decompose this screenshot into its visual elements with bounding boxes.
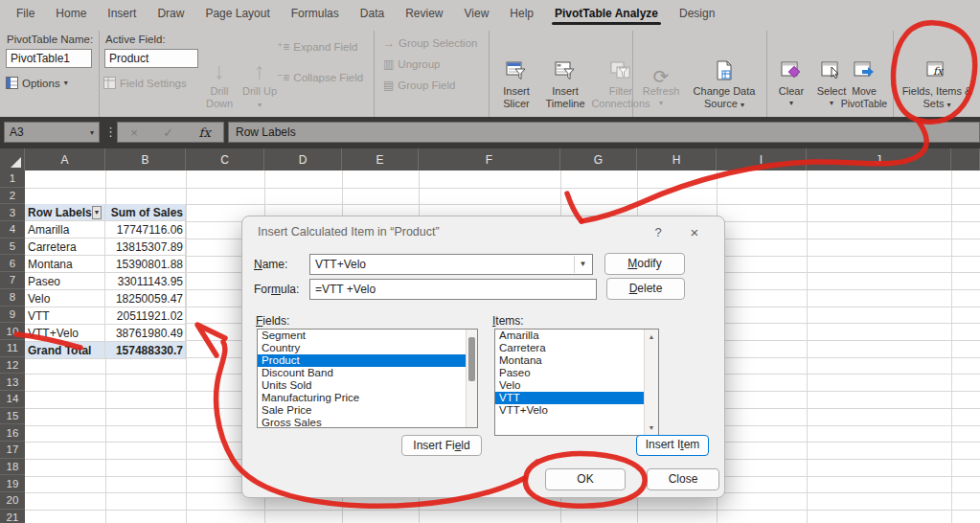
field-list-item[interactable]: Segment xyxy=(258,330,477,342)
row-header-15[interactable]: 15 xyxy=(0,408,25,425)
select-all-corner[interactable] xyxy=(0,148,25,171)
name-box[interactable]: A3 ▾ xyxy=(4,122,100,143)
field-list-item[interactable]: Discount Band xyxy=(258,367,477,379)
row-header-10[interactable]: 10 xyxy=(0,323,25,340)
row-header-18[interactable]: 18 xyxy=(0,459,25,476)
row-header-13[interactable]: 13 xyxy=(0,374,25,391)
field-list-item[interactable]: Sale Price xyxy=(258,404,477,417)
items-scrollbar[interactable]: ▲ ▼ xyxy=(644,330,658,435)
row-header-17[interactable]: 17 xyxy=(0,442,25,459)
insert-slicer-button[interactable]: Insert Slicer xyxy=(494,57,538,125)
column-header-h[interactable]: H xyxy=(637,148,717,171)
pivot-cell-value[interactable]: 18250059.47 xyxy=(105,290,186,307)
ok-button[interactable]: OK xyxy=(545,468,626,490)
column-header-b[interactable]: B xyxy=(105,148,186,171)
row-header-21[interactable]: 21 xyxy=(0,510,25,523)
row-header-3[interactable]: 3 xyxy=(0,204,25,221)
row-header-16[interactable]: 16 xyxy=(0,424,25,442)
item-list-item[interactable]: VTT xyxy=(495,392,658,404)
pivot-cell-value[interactable]: 38761980.49 xyxy=(105,325,186,342)
row-header-7[interactable]: 7 xyxy=(0,272,25,289)
pivot-cell-label[interactable]: VTT+Velo xyxy=(25,325,105,342)
item-list-item[interactable]: Amarilla xyxy=(495,330,658,342)
drill-up-button[interactable]: ↑ Drill Up ▾ xyxy=(240,57,279,125)
group-field-button[interactable]: ▤ Group Field xyxy=(383,79,455,92)
pivot-cell-label[interactable]: Montana xyxy=(25,256,105,273)
item-list-item[interactable]: Paseo xyxy=(495,367,658,379)
cancel-icon[interactable]: × xyxy=(130,125,138,140)
tab-home[interactable]: Home xyxy=(45,0,97,27)
items-listbox[interactable]: ▲ ▼ AmarillaCarreteraMontanaPaseoVeloVTT… xyxy=(494,329,659,436)
row-header-1[interactable]: 1 xyxy=(0,171,25,188)
column-header-j[interactable]: J xyxy=(807,148,951,171)
column-header-g[interactable]: G xyxy=(560,148,637,171)
scroll-up-icon[interactable]: ▲ xyxy=(645,333,658,340)
item-list-item[interactable]: Carretera xyxy=(495,342,658,354)
pivot-cell-label[interactable]: Grand Total xyxy=(25,342,105,359)
tab-design[interactable]: Design xyxy=(669,0,725,27)
column-header-c[interactable]: C xyxy=(186,148,264,171)
column-header-d[interactable]: D xyxy=(264,148,342,171)
insert-item-button[interactable]: Insert Item xyxy=(636,435,709,456)
name-combobox[interactable]: VTT+Velo ▼ xyxy=(309,254,593,275)
refresh-button[interactable]: ⟳ Refresh ▾ xyxy=(638,57,684,125)
drag-handle-icon[interactable]: ⋮ xyxy=(104,125,117,139)
tab-help[interactable]: Help xyxy=(499,0,544,27)
collapse-field-button[interactable]: ⁻≡ Collapse Field xyxy=(277,71,363,84)
row-header-11[interactable]: 11 xyxy=(0,340,25,357)
column-header-a[interactable]: A xyxy=(25,148,105,171)
pivot-cell-value[interactable]: 33011143.95 xyxy=(105,273,186,290)
fields-listbox[interactable]: SegmentCountryProductDiscount BandUnits … xyxy=(257,329,478,428)
scroll-down-icon[interactable]: ▼ xyxy=(645,424,658,431)
change-data-source-button[interactable]: Change Data Source ▾ xyxy=(686,57,763,125)
pivot-cell-label[interactable]: Amarilla xyxy=(25,221,105,239)
formula-field[interactable]: =VTT +Velo xyxy=(309,279,597,300)
tab-data[interactable]: Data xyxy=(350,0,395,27)
fields-items-sets-button[interactable]: fx Fields, Items & Sets ▾ xyxy=(900,57,973,125)
row-header-4[interactable]: 4 xyxy=(0,221,25,239)
tab-formulas[interactable]: Formulas xyxy=(281,0,350,27)
pivot-cell-label[interactable]: VTT xyxy=(25,307,105,325)
field-list-item[interactable]: Product xyxy=(258,354,477,367)
row-header-2[interactable]: 2 xyxy=(0,188,25,205)
pivot-cell-value[interactable]: 20511921.02 xyxy=(105,307,186,325)
scrollbar-thumb[interactable] xyxy=(468,337,475,381)
tab-pivottable-analyze[interactable]: PivotTable Analyze xyxy=(544,0,669,27)
clear-button[interactable]: Clear ▾ xyxy=(772,57,810,125)
enter-check-icon[interactable]: ✓ xyxy=(163,125,173,140)
field-list-item[interactable]: Country xyxy=(258,342,477,354)
options-button[interactable]: Options▾ xyxy=(6,77,68,89)
insert-function-icon[interactable]: fx xyxy=(199,125,211,140)
column-header-f[interactable]: F xyxy=(419,148,560,171)
expand-field-button[interactable]: ⁺≡ Expand Field xyxy=(277,40,357,54)
pivot-cell-value[interactable]: 15390801.88 xyxy=(105,256,186,273)
row-header-20[interactable]: 20 xyxy=(0,492,25,510)
row-header-5[interactable]: 5 xyxy=(0,239,25,256)
delete-button[interactable]: Delete xyxy=(606,278,685,300)
chevron-down-icon[interactable]: ▼ xyxy=(574,256,591,273)
pivot-cell-value[interactable]: Sum of Sales xyxy=(105,204,186,221)
item-list-item[interactable]: Velo xyxy=(495,379,658,392)
pivot-cell-value[interactable]: 157488330.7 xyxy=(105,342,186,359)
filter-dropdown-icon[interactable]: ▼ xyxy=(92,206,102,219)
help-button[interactable]: ? xyxy=(644,223,672,242)
row-header-8[interactable]: 8 xyxy=(0,289,25,307)
row-header-12[interactable]: 12 xyxy=(0,357,25,375)
row-header-19[interactable]: 19 xyxy=(0,475,25,492)
pivot-table[interactable]: Row Labels▼Sum of SalesAmarilla17747116.… xyxy=(25,204,186,359)
row-header-14[interactable]: 14 xyxy=(0,391,25,408)
column-header-e[interactable]: E xyxy=(342,148,419,171)
insert-field-button[interactable]: Insert Field xyxy=(401,435,482,456)
close-icon[interactable]: × xyxy=(680,223,709,242)
modify-button[interactable]: Modify xyxy=(604,253,685,275)
tab-page-layout[interactable]: Page Layout xyxy=(194,0,280,27)
tab-view[interactable]: View xyxy=(454,0,500,27)
row-header-6[interactable]: 6 xyxy=(0,255,25,272)
move-pivottable-button[interactable]: Move PivotTable xyxy=(837,57,891,125)
formula-input[interactable]: Row Labels xyxy=(228,122,980,143)
field-settings-button[interactable]: Field Settings xyxy=(103,77,187,89)
tab-file[interactable]: File xyxy=(6,0,45,27)
column-header-partial[interactable] xyxy=(951,148,980,171)
pivot-cell-label[interactable]: Velo xyxy=(25,290,105,307)
group-selection-button[interactable]: → Group Selection xyxy=(383,36,477,50)
